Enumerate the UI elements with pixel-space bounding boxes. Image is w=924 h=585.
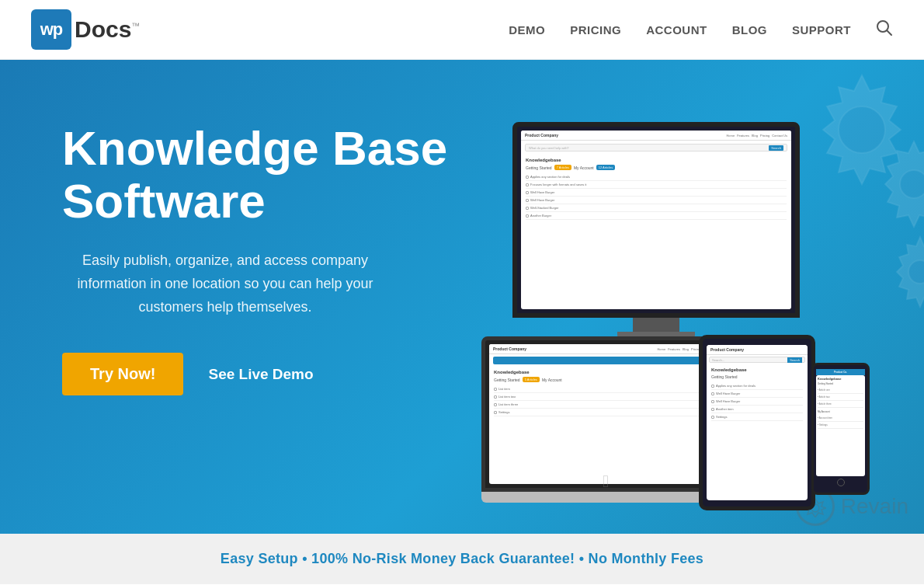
monitor-content: Knowledgebase Getting Started 7 Articles… xyxy=(521,155,791,223)
svg-point-3 xyxy=(900,170,924,198)
hero-buttons: Try Now! See Live Demo xyxy=(62,353,466,395)
tablet-list-3: Well Have Burger xyxy=(711,398,803,406)
svg-point-4 xyxy=(908,260,924,284)
laptop-screen: Product Company Home Features Blog Prici… xyxy=(481,336,730,492)
tablet-list-5: Settings xyxy=(711,413,803,421)
nav-blog[interactable]: BLOG xyxy=(732,23,767,37)
phone-mockup: Product Co. Knowledgebase Getting Starte… xyxy=(811,363,870,495)
apple-logo-icon:  xyxy=(596,472,616,491)
hero-title: Knowledge Base Software xyxy=(62,122,466,228)
tablet-list-4: Another item xyxy=(711,406,803,413)
logo-docs-text: Docs™ xyxy=(75,16,140,43)
monitor-search-bar: What do you need help with? Search xyxy=(525,144,787,151)
laptop-list-3: List item three xyxy=(494,401,717,409)
laptop-content: Knowledgebase Getting Started 5 Articles… xyxy=(489,367,722,420)
monitor-search-placeholder: What do you need help with? xyxy=(529,146,769,150)
nav-pricing[interactable]: PRICING xyxy=(570,23,621,37)
laptop-search-area: Search xyxy=(493,357,718,364)
see-live-demo-button[interactable]: See Live Demo xyxy=(208,366,313,383)
logo-wp-text: wp xyxy=(40,19,63,40)
monitor-stand xyxy=(633,318,679,332)
laptop-logo: Product Company xyxy=(493,346,526,351)
laptop-list-4: Settings xyxy=(494,409,717,416)
laptop-nav: Product Company Home Features Blog Prici… xyxy=(489,344,722,354)
tablet-mockup: Product Company Search... Search Knowled… xyxy=(699,335,815,510)
monitor-list-item-5: Well-Stacked Burger xyxy=(526,204,787,212)
hero-content: Knowledge Base Software Easily publish, … xyxy=(62,106,466,395)
monitor-list-item-1: Applies any section for deals xyxy=(526,173,787,181)
search-icon[interactable] xyxy=(876,19,893,40)
monitor-list-item-3: Well Have Burger xyxy=(526,189,787,197)
hero-section: Knowledge Base Software Easily publish, … xyxy=(0,60,924,534)
laptop-list-2: List item two xyxy=(494,393,717,401)
try-now-button[interactable]: Try Now! xyxy=(62,353,183,395)
logo[interactable]: wp Docs™ xyxy=(31,9,140,50)
monitor-getting-started: Getting Started 7 Articles My Account 12… xyxy=(526,165,787,170)
phone-item-2: • Article two xyxy=(818,394,863,401)
phone-frame: Product Co. Knowledgebase Getting Starte… xyxy=(811,363,870,495)
device-mockups: Product Company Home Features Blog Prici… xyxy=(481,106,877,534)
nav-account[interactable]: ACCOUNT xyxy=(646,23,707,37)
monitor-nav: Product Company Home Features Blog Prici… xyxy=(521,131,791,141)
tablet-list-2: Well Have Burger xyxy=(711,390,803,398)
monitor-badge-articles: 7 Articles xyxy=(554,165,571,170)
monitor-nav-links: Home Features Blog Pricing Contact Us xyxy=(726,134,787,138)
monitor-logo: Product Company xyxy=(525,133,558,138)
laptop-list-1: List item xyxy=(494,385,717,393)
tablet-list-1: Applies any section for deals xyxy=(711,382,803,390)
guarantee-text: Easy Setup • 100% No-Risk Money Back Gua… xyxy=(221,551,703,566)
main-nav: DEMO PRICING ACCOUNT BLOG SUPPORT xyxy=(509,19,893,40)
monitor-search-btn: Search xyxy=(769,145,783,151)
svg-line-1 xyxy=(887,30,891,35)
phone-inner: Knowledgebase Getting Started • Article … xyxy=(816,375,865,476)
phone-home-button xyxy=(837,479,845,486)
laptop-inner: Product Company Home Features Blog Prici… xyxy=(489,344,722,484)
laptop-lid:  xyxy=(481,492,730,503)
hero-subtitle: Easily publish, organize, and access com… xyxy=(62,249,388,319)
phone-item-3: • Article three xyxy=(818,401,863,408)
tablet-search: Search... Search xyxy=(709,357,805,363)
monitor-screen: Product Company Home Features Blog Prici… xyxy=(512,122,800,318)
tablet-nav: Product Company xyxy=(707,345,808,355)
phone-kb: Knowledgebase xyxy=(818,377,863,381)
nav-support[interactable]: SUPPORT xyxy=(792,23,851,37)
header: wp Docs™ DEMO PRICING ACCOUNT BLOG SUPPO… xyxy=(0,0,924,60)
laptop-bottom-area:  xyxy=(481,492,730,503)
nav-demo[interactable]: DEMO xyxy=(509,23,545,37)
tablet-logo: Product Company xyxy=(710,347,744,352)
logo-icon: wp xyxy=(31,9,71,50)
phone-item-4: • Account item xyxy=(818,415,863,422)
tablet-inner: Product Company Search... Search Knowled… xyxy=(707,345,808,500)
monitor-kb-heading: Knowledgebase xyxy=(526,158,787,162)
monitor-list-item-4: Well Have Burger xyxy=(526,197,787,204)
monitor-mockup: Product Company Home Features Blog Prici… xyxy=(512,122,800,338)
monitor-list-item-2: Focuses longer with formats and saves it xyxy=(526,181,787,189)
phone-item-1: • Article one xyxy=(818,387,863,394)
laptop-kb-heading: Knowledgebase xyxy=(494,370,717,374)
tablet-content: Knowledgebase Getting Started Applies an… xyxy=(707,364,808,424)
laptop-mockup: Product Company Home Features Blog Prici… xyxy=(481,336,730,503)
phone-header: Product Co. xyxy=(816,369,865,375)
phone-item-5: • Settings xyxy=(818,422,863,429)
tablet-frame: Product Company Search... Search Knowled… xyxy=(699,335,815,510)
guarantee-bar: Easy Setup • 100% No-Risk Money Back Gua… xyxy=(0,534,924,584)
laptop-getting-started: Getting Started 5 Articles My Account xyxy=(494,377,717,382)
monitor-list-item-6: Another Burger xyxy=(526,212,787,220)
monitor-badge-account: 12 Articles xyxy=(596,165,615,170)
monitor-inner: Product Company Home Features Blog Prici… xyxy=(521,131,791,309)
tablet-kb-heading: Knowledgebase xyxy=(711,367,803,372)
